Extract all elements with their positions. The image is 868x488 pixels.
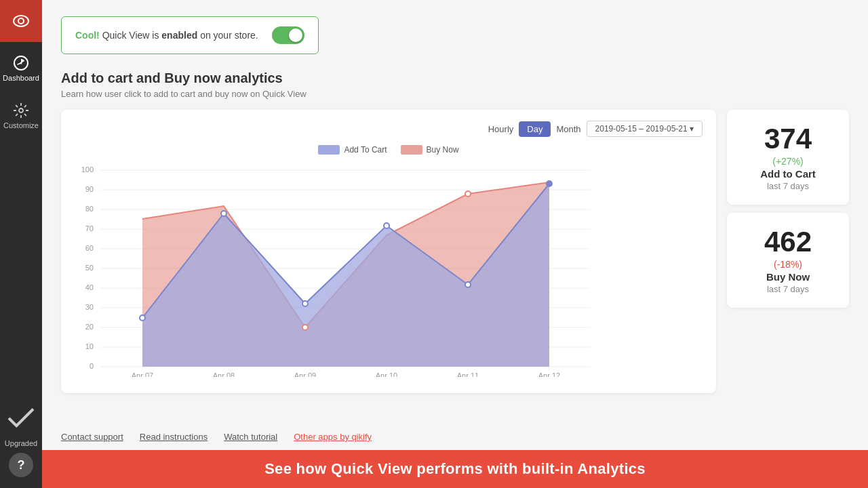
- dashboard-icon: [13, 55, 29, 71]
- sidebar-item-upgraded[interactable]: Upgraded: [0, 400, 42, 447]
- add-to-cart-change: (+27%): [738, 156, 838, 167]
- svg-text:Apr 07: Apr 07: [132, 371, 153, 377]
- svg-text:50: 50: [85, 264, 94, 272]
- add-to-cart-point-4: [465, 282, 471, 287]
- cool-text: Cool!: [75, 30, 100, 41]
- svg-text:Apr 12: Apr 12: [538, 371, 560, 377]
- analytics-chart: 100 90 80 70 60 50 40 30 20 10 0: [75, 160, 604, 377]
- add-to-cart-point-1: [221, 211, 226, 216]
- svg-text:100: 100: [81, 165, 94, 174]
- month-label: Month: [556, 124, 580, 134]
- svg-text:10: 10: [85, 342, 94, 350]
- svg-text:20: 20: [85, 323, 94, 331]
- svg-text:70: 70: [85, 224, 94, 232]
- legend-buy-now: Buy Now: [401, 145, 459, 155]
- stats-panel: 374 (+27%) Add to Cart last 7 days 462 (…: [727, 110, 849, 308]
- chart-container: Hourly Day Month 2019-05-15 – 2019-05-21…: [61, 110, 716, 393]
- add-to-cart-point-0: [140, 315, 145, 321]
- chart-svg-wrap: 100 90 80 70 60 50 40 30 20 10 0: [75, 160, 703, 380]
- watch-tutorial-link[interactable]: Watch tutorial: [224, 432, 277, 442]
- sidebar: Dashboard Customize Upgraded ?: [0, 0, 42, 488]
- add-to-cart-number: 374: [738, 123, 838, 155]
- sidebar-item-customize[interactable]: Customize: [0, 92, 42, 140]
- chart-controls: Hourly Day Month 2019-05-15 – 2019-05-21…: [75, 121, 703, 137]
- read-instructions-link[interactable]: Read instructions: [140, 432, 208, 442]
- upgraded-icon: [3, 400, 39, 436]
- main-content: Cool! Quick View is enabled on your stor…: [42, 0, 868, 488]
- buy-now-period: last 7 days: [738, 284, 838, 294]
- analytics-subtitle: Learn how user click to add to cart and …: [61, 89, 849, 99]
- sidebar-logo[interactable]: [0, 0, 42, 42]
- bottom-banner: See how Quick View performs with built-i…: [42, 450, 868, 488]
- add-to-cart-stat-card: 374 (+27%) Add to Cart last 7 days: [727, 110, 849, 205]
- help-label: ?: [18, 458, 25, 472]
- customize-label: Customize: [3, 121, 39, 129]
- hourly-label: Hourly: [488, 124, 514, 134]
- add-to-cart-point-2: [302, 301, 308, 306]
- svg-text:0: 0: [90, 362, 94, 370]
- toggle-text-end: on your store.: [200, 30, 258, 41]
- chart-stats-row: Hourly Day Month 2019-05-15 – 2019-05-21…: [61, 110, 849, 393]
- analytics-title: Add to cart and Buy now analytics: [61, 70, 849, 86]
- toggle-text-middle: Quick View is: [102, 30, 162, 41]
- buy-now-stat-card: 462 (-18%) Buy Now last 7 days: [727, 213, 849, 308]
- svg-text:Apr 11: Apr 11: [457, 371, 479, 377]
- contact-support-link[interactable]: Contact support: [61, 432, 123, 442]
- customize-icon: [13, 102, 29, 119]
- svg-text:40: 40: [85, 283, 94, 291]
- sidebar-item-dashboard[interactable]: Dashboard: [0, 45, 42, 92]
- svg-point-3: [19, 19, 23, 23]
- svg-text:90: 90: [85, 185, 94, 193]
- dashboard-label: Dashboard: [3, 74, 39, 82]
- toggle-thumb: [289, 28, 302, 42]
- date-range-button[interactable]: 2019-05-15 – 2019-05-21 ▾: [587, 121, 703, 137]
- toggle-banner: Cool! Quick View is enabled on your stor…: [61, 16, 319, 54]
- toggle-track: [272, 26, 304, 44]
- bottom-banner-text: See how Quick View performs with built-i…: [264, 460, 646, 478]
- buy-now-stat-label: Buy Now: [738, 271, 838, 283]
- footer-links: Contact support Read instructions Watch …: [42, 424, 868, 450]
- chart-legend: Add To Cart Buy Now: [75, 145, 703, 155]
- buy-now-legend-color: [401, 145, 422, 155]
- svg-text:30: 30: [85, 303, 94, 311]
- content-area: Cool! Quick View is enabled on your stor…: [42, 0, 868, 424]
- svg-text:Apr 09: Apr 09: [294, 371, 316, 377]
- buy-now-legend-label: Buy Now: [427, 145, 459, 155]
- day-button[interactable]: Day: [519, 121, 551, 137]
- toggle-text: Cool! Quick View is enabled on your stor…: [75, 30, 258, 41]
- add-to-cart-point-5: [547, 181, 552, 186]
- svg-text:Apr 08: Apr 08: [213, 371, 235, 377]
- legend-add-to-cart: Add To Cart: [318, 145, 387, 155]
- svg-text:60: 60: [85, 244, 94, 252]
- add-to-cart-stat-label: Add to Cart: [738, 168, 838, 180]
- app-logo-icon: [9, 9, 33, 33]
- buy-now-change: (-18%): [738, 259, 838, 270]
- add-to-cart-point-3: [384, 223, 389, 228]
- buy-now-number: 462: [738, 226, 838, 258]
- svg-point-6: [19, 108, 23, 113]
- add-to-cart-period: last 7 days: [738, 181, 838, 191]
- other-apps-link[interactable]: Other apps by qikify: [294, 432, 372, 442]
- svg-text:80: 80: [85, 205, 94, 213]
- buy-now-point-4: [465, 191, 471, 197]
- enabled-text: enabled: [161, 30, 197, 41]
- sidebar-help-button[interactable]: ?: [9, 453, 33, 477]
- add-to-cart-legend-color: [318, 145, 340, 155]
- add-to-cart-legend-label: Add To Cart: [344, 145, 387, 155]
- quick-view-toggle[interactable]: [272, 26, 304, 44]
- upgraded-label: Upgraded: [5, 439, 37, 447]
- svg-text:Apr 10: Apr 10: [376, 371, 397, 377]
- buy-now-point-2: [302, 325, 308, 330]
- sidebar-bottom: Upgraded ?: [0, 400, 42, 488]
- svg-point-5: [20, 62, 22, 64]
